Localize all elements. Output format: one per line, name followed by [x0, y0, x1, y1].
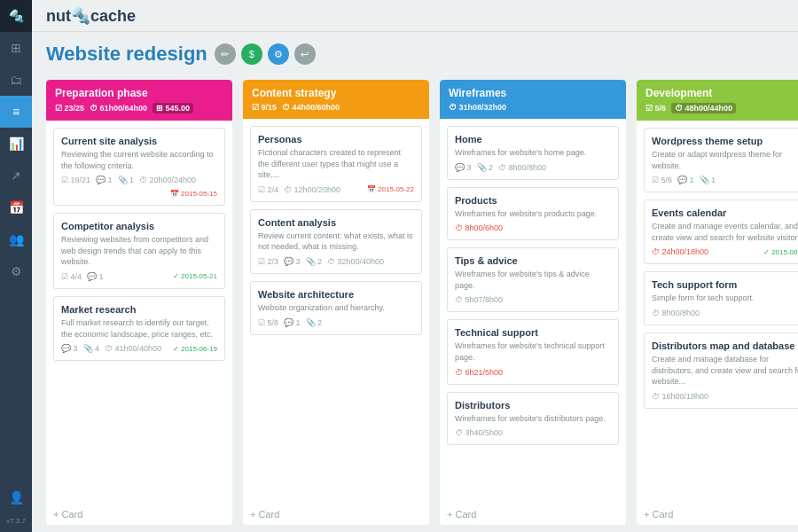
sidebar-item-list[interactable]: ≡	[0, 96, 32, 128]
col-meta-development: ☑ 5/6 ⏱ 48h00/44h00	[645, 103, 798, 113]
col-tasks-development: ☑ 5/6	[645, 104, 666, 113]
column-development: Development ☑ 5/6 ⏱ 48h00/44h00 Wordpres…	[637, 80, 798, 525]
col-title-development: Development	[645, 87, 798, 99]
card-date: ✓ 2015-05-21	[173, 272, 217, 280]
card-attach: 📎 2	[306, 257, 323, 266]
col-title-content: Content strategy	[252, 87, 420, 99]
card-title: Current site analysis	[61, 136, 217, 146]
card-footer: ⏱ 8h00/6h00	[455, 223, 611, 232]
card-current-site-analysis[interactable]: Current site analysis Reviewing the curr…	[53, 128, 225, 206]
sidebar-item-users[interactable]: 👥	[0, 223, 32, 255]
card-date: ✓ 2015-06-01	[763, 248, 798, 256]
card-distributors[interactable]: Distributors Wireframes for website's di…	[447, 392, 619, 446]
card-footer: ☑ 19/21 💬 1 📎 1 ⏱ 20h00/24h00 📅 2015-05-…	[61, 176, 217, 198]
card-footer: ☑ 5/6 💬 1 📎 1	[652, 176, 798, 184]
cards-area-development: Wordpress theme setup Create or adapt wo…	[637, 121, 798, 504]
card-tasks: ☑ 4/4	[61, 272, 82, 281]
card-website-architecture[interactable]: Website architecture Website organizatio…	[250, 281, 422, 335]
page-title: Website redesign	[46, 43, 207, 66]
cards-area-preparation: Current site analysis Reviewing the curr…	[46, 121, 232, 504]
card-footer: ⏱ 6h21/5h00	[455, 368, 611, 377]
card-market-research[interactable]: Market research Full market research to …	[53, 296, 225, 361]
col-meta-content: ☑ 9/15 ⏱ 44h00/60h00	[252, 103, 420, 112]
logo-icon: 🔩	[0, 0, 32, 32]
card-desc: Review current content: what exists, wha…	[258, 231, 414, 253]
column-header-content: Content strategy ☑ 9/15 ⏱ 44h00/60h00	[243, 80, 429, 119]
card-title: Distributors	[455, 400, 611, 411]
card-technical-support[interactable]: Technical support Wireframes for website…	[447, 319, 619, 384]
card-distributors-map[interactable]: Distributors map and database Create and…	[644, 332, 798, 409]
col-time-development: ⏱ 48h00/44h00	[671, 103, 736, 113]
card-tech-support-form[interactable]: Tech support form Simple form for tech s…	[644, 271, 798, 325]
card-events-calendar[interactable]: Events calendar Create and manage events…	[644, 200, 798, 264]
card-desc: Wireframes for website's tips & advice p…	[455, 269, 611, 291]
card-comments: 💬 1	[87, 272, 104, 281]
card-desc: Wireframes for website's home page.	[455, 147, 611, 159]
card-tasks: ☑ 2/3	[258, 257, 278, 266]
cards-area-wireframes: Home Wireframes for website's home page.…	[440, 119, 626, 504]
add-card-preparation[interactable]: + Card	[46, 504, 232, 525]
card-personas[interactable]: Personas Fictional characters created to…	[250, 126, 422, 202]
card-footer: ☑ 5/8 💬 1 📎 2	[258, 318, 414, 327]
card-home[interactable]: Home Wireframes for website's home page.…	[447, 126, 619, 180]
add-card-wireframes[interactable]: + Card	[440, 504, 626, 525]
sidebar-item-user[interactable]: 👤	[0, 481, 32, 513]
card-title: Distributors map and database	[652, 340, 798, 351]
column-header-development: Development ☑ 5/6 ⏱ 48h00/44h00	[637, 80, 798, 121]
sidebar-item-grid[interactable]: ⊞	[0, 32, 32, 64]
sidebar-item-share[interactable]: ↗	[0, 160, 32, 192]
logo-area: nut🔩cache	[46, 6, 136, 26]
version-label: v7.3.7	[6, 517, 26, 525]
col-tasks-preparation: ☑ 23/25	[55, 104, 84, 113]
card-time: ⏱ 20h00/24h00	[139, 176, 196, 184]
add-card-development[interactable]: + Card	[637, 504, 798, 525]
card-tips-advice[interactable]: Tips & advice Wireframes for website's t…	[447, 247, 619, 312]
share-button[interactable]: ↩	[294, 43, 316, 65]
sidebar-item-calendar[interactable]: 📅	[0, 192, 32, 223]
edit-button[interactable]: ✏	[215, 43, 236, 65]
col-budget-preparation: ⊞ 545.00	[153, 103, 193, 113]
card-tasks: ☑ 19/21	[61, 176, 90, 184]
card-time: ⏱ 41h00/40h00	[105, 344, 161, 353]
card-desc: Wireframes for website's products page.	[455, 208, 611, 220]
main-area: nut🔩cache Website redesign ✏ $ ⚙ ↩ Prepa…	[32, 0, 798, 532]
card-products[interactable]: Products Wireframes for website's produc…	[447, 187, 619, 241]
card-desc: Simple form for tech support.	[652, 293, 798, 304]
card-footer: 💬 3 📎 2 ⏱ 8h00/8h00	[455, 163, 611, 172]
card-tasks: ☑ 5/8	[258, 318, 278, 327]
add-card-content[interactable]: + Card	[243, 504, 429, 525]
card-footer: ☑ 4/4 💬 1 ✓ 2015-05-21	[61, 272, 217, 281]
card-attach: 📎 1	[118, 176, 135, 184]
card-desc: Create or adapt wordpress theme for webs…	[652, 149, 798, 171]
page-header: Website redesign ✏ $ ⚙ ↩	[32, 32, 798, 73]
card-content-analysis[interactable]: Content analysis Review current content:…	[250, 209, 422, 274]
card-footer: ⏱ 8h00/8h00	[652, 309, 798, 317]
column-content: Content strategy ☑ 9/15 ⏱ 44h00/60h00 Pe…	[243, 80, 429, 525]
sidebar-item-chart[interactable]: 📊	[0, 128, 32, 160]
card-comments: 💬 3	[61, 344, 78, 353]
sidebar-item-settings[interactable]: ⚙	[0, 255, 32, 287]
card-title: Personas	[258, 134, 414, 145]
card-desc: Create and manage events calendar, and c…	[652, 221, 798, 243]
card-competitor-analysis[interactable]: Competitor analysis Reviewing websites f…	[53, 213, 225, 289]
card-wordpress-theme[interactable]: Wordpress theme setup Create or adapt wo…	[644, 128, 798, 192]
col-tasks-content: ☑ 9/15	[252, 103, 277, 112]
col-title-preparation: Preparation phase	[55, 87, 223, 99]
col-meta-wireframes: ⏱ 31h08/32h00	[449, 103, 617, 112]
card-desc: Create and manage database for distribut…	[652, 354, 798, 387]
card-footer: ⏱ 3h40/5h00	[455, 428, 611, 437]
card-title: Events calendar	[652, 207, 798, 218]
card-footer: ⏱ 24h00/18h00 ✓ 2015-06-01	[652, 247, 798, 256]
sidebar: 🔩 ⊞ 🗂 ≡ 📊 ↗ 📅 👥 ⚙ 👤 v7.3.7	[0, 0, 32, 532]
card-title: Home	[455, 134, 611, 145]
settings-button[interactable]: ⚙	[268, 43, 289, 65]
card-footer: ⏱ 16h00/18h00	[652, 392, 798, 401]
card-date: ✓ 2015-06-19	[173, 345, 217, 353]
card-comments: 💬 1	[96, 176, 113, 184]
card-footer: 💬 3 📎 4 ⏱ 41h00/40h00 ✓ 2015-06-19	[61, 344, 217, 353]
card-tasks: ☑ 5/6	[652, 176, 672, 184]
card-desc: Wireframes for website's distributors pa…	[455, 413, 611, 425]
sidebar-item-folder[interactable]: 🗂	[0, 64, 32, 96]
money-button[interactable]: $	[241, 43, 262, 65]
card-title: Market research	[61, 304, 217, 315]
